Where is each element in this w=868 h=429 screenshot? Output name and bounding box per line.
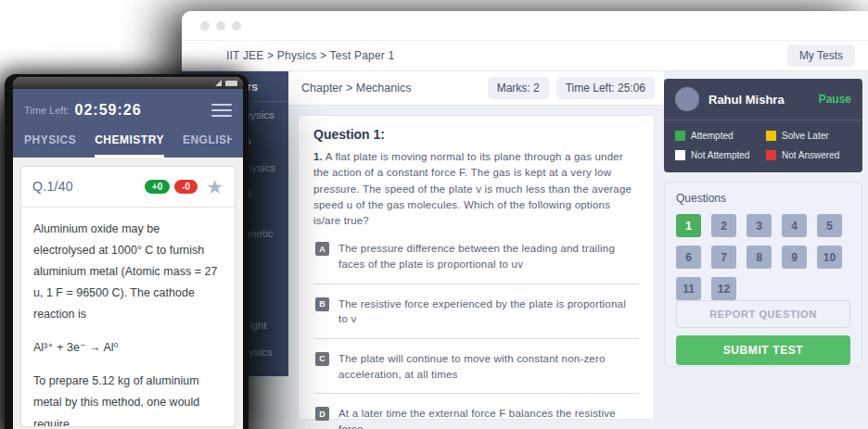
main-area: Chapters General Physics Mechanics Therm… xyxy=(182,71,868,429)
my-tests-button[interactable]: My Tests xyxy=(787,44,855,67)
report-question-button[interactable]: REPORT QUESTION xyxy=(676,300,850,328)
phone-body: Q.1/40 +0 -0 ★ Aluminium oxide may be el… xyxy=(13,158,243,429)
status-legend: Attempted Solve Later Not Attempted xyxy=(664,120,862,172)
option-c-badge: C xyxy=(315,352,329,366)
question-content: Chapter > Mechanics Marks: 2 Time Left: … xyxy=(288,71,664,429)
question-number-prefix: 1. xyxy=(313,151,323,162)
question-text: 1. A flat plate is moving normal to its … xyxy=(313,149,639,229)
question-number-2[interactable]: 2 xyxy=(711,214,736,237)
positive-marks-badge: +0 xyxy=(145,180,170,194)
tab-physics[interactable]: PHYSICS xyxy=(24,133,76,158)
chapter-breadcrumb: Chapter > Mechanics xyxy=(298,82,411,95)
question-body-text: A flat plate is moving normal to its pla… xyxy=(313,151,632,226)
user-row: Rahul Mishra Pause xyxy=(664,79,862,120)
phone-header: Time Left: 02:59:26 PHYSICS CHEMISTRY EN… xyxy=(13,89,243,158)
menu-icon[interactable] xyxy=(211,100,232,120)
question-paragraph-2: To prepare 5.12 kg of aluminium metal by… xyxy=(33,371,223,427)
option-c[interactable]: C The plate will continue to move with c… xyxy=(313,339,639,394)
phone-mockup: Time Left: 02:59:26 PHYSICS CHEMISTRY EN… xyxy=(5,74,249,429)
marks-badge: Marks: 2 xyxy=(488,77,549,99)
tab-chemistry[interactable]: CHEMISTRY xyxy=(95,133,164,158)
question-number-9[interactable]: 9 xyxy=(782,246,807,269)
subject-tabs: PHYSICS CHEMISTRY ENGLISH PROFICIENCY xyxy=(24,133,232,158)
question-number-grid: 1 2 3 4 5 6 7 8 9 10 11 12 xyxy=(676,214,850,300)
tab-english-proficiency[interactable]: ENGLISH PROFICIENCY xyxy=(183,133,232,158)
breadcrumb[interactable]: IIT JEE > Physics > Test Paper 1 xyxy=(226,49,394,62)
breadcrumb-bar: IIT JEE > Physics > Test Paper 1 My Test… xyxy=(182,41,868,71)
legend-attempted: Attempted xyxy=(675,131,760,141)
phone-status-bar xyxy=(13,77,243,89)
not-attempted-color-swatch xyxy=(675,150,685,160)
cathode-reaction-formula: Al³⁺ + 3e⁻ → Al⁰ xyxy=(33,337,223,359)
legend-not-answered: Not Answered xyxy=(766,150,851,160)
question-number-7[interactable]: 7 xyxy=(711,246,736,269)
signal-icon xyxy=(215,80,222,86)
question-number-8[interactable]: 8 xyxy=(747,246,772,269)
question-number-1[interactable]: 1 xyxy=(676,214,701,237)
question-scroll-area: Question 1: 1. A flat plate is moving no… xyxy=(288,106,664,429)
questions-panel: Questions 1 2 3 4 5 6 7 8 9 10 11 12 xyxy=(664,182,862,367)
window-close-icon[interactable] xyxy=(200,21,210,31)
question-number-10[interactable]: 10 xyxy=(817,246,842,269)
bookmark-star-icon[interactable]: ★ xyxy=(206,177,223,196)
option-d[interactable]: D At a later time the external force F b… xyxy=(313,394,639,429)
question-number-11[interactable]: 11 xyxy=(676,277,701,300)
option-b-text: The resistive force experienced by the p… xyxy=(338,297,637,327)
legend-solve-later-label: Solve Later xyxy=(782,131,829,141)
avatar xyxy=(675,87,699,111)
question-title: Question 1: xyxy=(313,127,639,142)
timer-value: 02:59:26 xyxy=(75,102,142,119)
page: IIT JEE > Physics > Test Paper 1 My Test… xyxy=(0,0,868,429)
time-left-badge: Time Left: 25:06 xyxy=(556,77,655,99)
legend-attempted-label: Attempted xyxy=(691,131,734,141)
phone-question-body: Aluminium oxide may be electrolysed at 1… xyxy=(21,208,235,428)
option-b[interactable]: B The resistive force experienced by the… xyxy=(313,284,639,339)
window-minimize-icon[interactable] xyxy=(216,21,225,31)
question-card: Question 1: 1. A flat plate is moving no… xyxy=(298,115,655,420)
legend-not-attempted-label: Not Attempted xyxy=(691,150,749,160)
timer-row: Time Left: 02:59:26 xyxy=(24,100,232,120)
timer-label: Time Left: xyxy=(24,105,70,116)
battery-icon xyxy=(225,81,237,86)
option-c-text: The plate will continue to move with con… xyxy=(338,351,637,382)
phone-question-card-header: Q.1/40 +0 -0 ★ xyxy=(21,167,235,208)
attempted-color-swatch xyxy=(675,131,685,141)
right-panel: Rahul Mishra Pause Attempted Solve Later xyxy=(664,71,868,429)
question-counter: Q.1/40 xyxy=(32,179,140,194)
option-a-badge: A xyxy=(315,242,329,256)
user-name: Rahul Mishra xyxy=(708,93,810,107)
legend-solve-later: Solve Later xyxy=(766,131,851,141)
question-number-5[interactable]: 5 xyxy=(817,214,842,237)
submit-test-button[interactable]: SUBMIT TEST xyxy=(676,335,850,365)
legend-not-attempted: Not Attempted xyxy=(675,150,760,160)
window-titlebar xyxy=(182,11,868,41)
option-a[interactable]: A The pressure difference between the le… xyxy=(313,229,639,284)
question-number-6[interactable]: 6 xyxy=(676,246,701,269)
questions-panel-title: Questions xyxy=(676,192,850,205)
solve-later-color-swatch xyxy=(766,131,776,141)
option-a-text: The pressure difference between the lead… xyxy=(338,241,637,271)
question-number-4[interactable]: 4 xyxy=(782,214,807,237)
phone-question-card: Q.1/40 +0 -0 ★ Aluminium oxide may be el… xyxy=(20,166,236,428)
option-d-text: At a later time the external force F bal… xyxy=(338,406,637,429)
question-number-12[interactable]: 12 xyxy=(711,277,736,300)
phone-screen: Time Left: 02:59:26 PHYSICS CHEMISTRY EN… xyxy=(13,77,243,429)
negative-marks-badge: -0 xyxy=(174,180,198,194)
legend-not-answered-label: Not Answered xyxy=(782,150,839,160)
question-header-bar: Chapter > Mechanics Marks: 2 Time Left: … xyxy=(288,71,664,106)
browser-window: IIT JEE > Physics > Test Paper 1 My Test… xyxy=(182,11,868,429)
window-maximize-icon[interactable] xyxy=(232,21,241,31)
question-paragraph-1: Aluminium oxide may be electrolysed at 1… xyxy=(33,219,223,326)
pause-button[interactable]: Pause xyxy=(819,93,851,106)
not-answered-color-swatch xyxy=(766,150,776,160)
option-d-badge: D xyxy=(315,407,329,421)
question-number-3[interactable]: 3 xyxy=(747,214,772,237)
user-card: Rahul Mishra Pause Attempted Solve Later xyxy=(664,79,862,172)
option-b-badge: B xyxy=(315,297,329,311)
